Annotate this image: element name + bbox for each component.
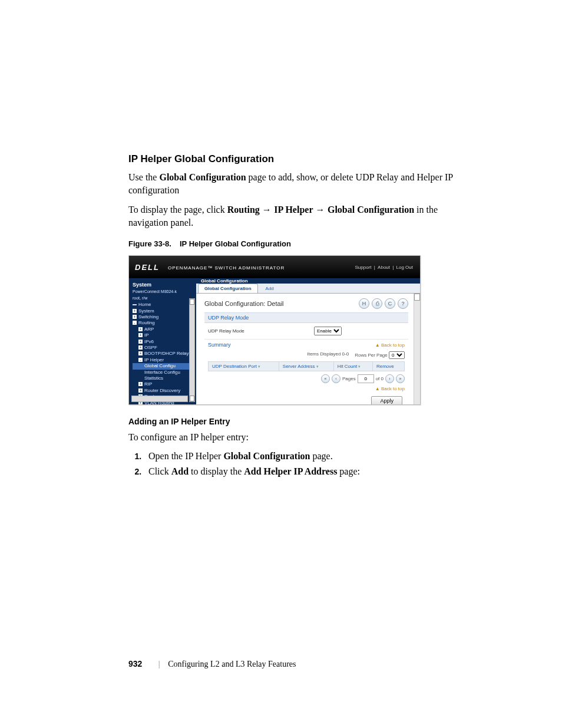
scroll-up-icon[interactable] xyxy=(414,294,420,301)
nav-item-ipv6[interactable]: +IPv6 xyxy=(133,339,194,345)
link-logout[interactable]: Log Out xyxy=(396,265,413,270)
udp-relay-label: UDP Relay Mode xyxy=(208,328,314,334)
sort-icon[interactable]: ▾ xyxy=(358,364,361,368)
nav-item-system[interactable]: +System xyxy=(133,308,194,314)
step-2: Click Add to display the Add Helper IP A… xyxy=(144,466,462,477)
tree-toggle-icon[interactable]: + xyxy=(138,333,143,337)
subsection-intro: To configure an IP helper entry: xyxy=(128,431,462,444)
system-model: PowerConnect M8024-k xyxy=(133,289,194,294)
rows-per-page-select[interactable]: 0 xyxy=(389,351,405,359)
arrow-icon: → xyxy=(262,205,274,215)
pager-current-input[interactable] xyxy=(358,374,374,383)
content-scrollbar[interactable] xyxy=(414,294,420,405)
col-remove: Remove xyxy=(372,362,404,371)
nav-step-2: IP Helper xyxy=(274,205,313,215)
nav-sidebar: System PowerConnect M8024-k root, r/w Ho… xyxy=(129,278,196,404)
section-heading: IP Helper Global Configuration xyxy=(128,153,462,165)
figure-caption: Figure 33-8.IP Helper Global Configurati… xyxy=(128,239,462,248)
breadcrumb-item: Global Configuration xyxy=(196,278,253,284)
nav-item-label: IP Helper xyxy=(144,357,164,363)
nav-item-label: OSPF xyxy=(144,345,157,350)
link-support[interactable]: Support xyxy=(355,265,372,270)
dell-logo: DELL xyxy=(135,263,160,272)
nav-item-label: IP xyxy=(144,332,149,338)
tab-add[interactable]: Add xyxy=(260,284,280,293)
figure-title: IP Helper Global Configuration xyxy=(180,239,291,248)
app-subtitle: OPENMANAGE™ SWITCH ADMINISTRATOR xyxy=(168,265,285,271)
sidebar-scrollbar[interactable] xyxy=(189,298,195,402)
summary-title: Summary xyxy=(208,342,375,348)
tree-toggle-icon[interactable]: + xyxy=(138,345,143,350)
nav-tree[interactable]: Home+System+Switching-Routing+ARP+IP+IPv… xyxy=(133,302,194,405)
nav-item-global-configu[interactable]: Global Configu xyxy=(133,363,194,369)
step-1: Open the IP Helper Global Configuration … xyxy=(144,451,462,462)
tree-leaf-icon xyxy=(133,304,137,305)
nav-item-interface-configu[interactable]: Interface Configu xyxy=(133,370,194,375)
tree-toggle-icon[interactable]: + xyxy=(133,315,137,319)
tree-toggle-icon[interactable]: + xyxy=(138,327,143,331)
col-hit-count[interactable]: Hit Count▾ xyxy=(333,362,372,371)
tree-toggle-icon[interactable]: + xyxy=(138,340,143,344)
nav-item-label: Statistics xyxy=(144,375,163,381)
nav-item-label: Router Discovery xyxy=(144,388,180,393)
system-title: System xyxy=(133,282,194,289)
nav-item-ip-helper[interactable]: -IP Helper xyxy=(133,357,194,363)
tree-toggle-icon[interactable]: + xyxy=(138,388,143,393)
tree-toggle-icon[interactable]: + xyxy=(138,382,143,386)
text: Use the xyxy=(128,172,159,182)
back-to-top-link[interactable]: ▲ Back to top xyxy=(375,342,405,348)
sort-icon[interactable]: ▾ xyxy=(258,364,260,368)
udp-relay-row: UDP Relay Mode Enable xyxy=(204,323,408,340)
section-udp-relay: UDP Relay Mode xyxy=(204,312,408,323)
col-udp-port[interactable]: UDP Destination Port▾ xyxy=(209,362,279,371)
scroll-up-icon[interactable] xyxy=(190,299,194,305)
pager-prev-icon[interactable]: ‹ xyxy=(332,374,340,383)
tab-global-configuration[interactable]: Global Configuration xyxy=(198,284,258,293)
nav-step-3: Global Configuration xyxy=(328,205,414,215)
sort-icon[interactable]: ▾ xyxy=(316,364,319,368)
tree-toggle-icon[interactable]: - xyxy=(138,358,143,362)
tree-toggle-icon[interactable]: + xyxy=(133,309,137,313)
intro-paragraph-2: To display the page, click Routing → IP … xyxy=(128,203,462,229)
print-icon[interactable]: ⎙ xyxy=(372,298,382,309)
back-to-top-link[interactable]: ▲ Back to top xyxy=(204,385,408,393)
bold-text: Global Configuration xyxy=(159,172,246,182)
nav-item-label: Home xyxy=(138,302,151,307)
nav-item-home[interactable]: Home xyxy=(133,302,194,308)
pager-next-icon[interactable]: › xyxy=(385,374,394,383)
refresh-icon[interactable]: C xyxy=(385,298,395,309)
app-titlebar: DELL OPENMANAGE™ SWITCH ADMINISTRATOR Su… xyxy=(129,256,420,278)
nav-item-label: BOOTP/DHCP Relay xyxy=(144,351,189,356)
nav-item-label: RIP xyxy=(144,381,152,387)
chapter-title: Configuring L2 and L3 Relay Features xyxy=(168,660,296,668)
nav-item-routing[interactable]: -Routing xyxy=(133,320,194,326)
pager-last-icon[interactable]: » xyxy=(396,374,405,383)
nav-item-arp[interactable]: +ARP xyxy=(133,327,194,332)
nav-item-rip[interactable]: +RIP xyxy=(133,381,194,387)
apply-button[interactable]: Apply xyxy=(371,396,402,405)
save-icon[interactable]: H xyxy=(359,298,369,309)
pager: « ‹ Pages of 0 › » xyxy=(204,373,408,385)
page-title: Global Configuration: Detail xyxy=(204,300,356,307)
pager-first-icon[interactable]: « xyxy=(321,374,330,383)
nav-item-bootp-dhcp-relay[interactable]: +BOOTP/DHCP Relay xyxy=(133,351,194,357)
nav-item-ospf[interactable]: +OSPF xyxy=(133,345,194,351)
sidebar-hscrollbar[interactable] xyxy=(131,396,188,402)
breadcrumb: Global Configuration xyxy=(196,278,420,284)
help-icon[interactable]: ? xyxy=(398,298,408,309)
intro-paragraph-1: Use the Global Configuration page to add… xyxy=(128,171,462,196)
nav-item-label: Global Configu xyxy=(144,363,176,368)
footer-separator-icon: | xyxy=(158,660,160,668)
tree-toggle-icon[interactable]: + xyxy=(138,351,143,355)
nav-item-switching[interactable]: +Switching xyxy=(133,314,194,320)
col-server-address[interactable]: Server Address▾ xyxy=(279,362,333,371)
udp-relay-select[interactable]: Enable xyxy=(314,327,342,335)
link-about[interactable]: About xyxy=(378,265,390,270)
nav-item-router-discovery[interactable]: +Router Discovery xyxy=(133,388,194,394)
page-number: 932 xyxy=(128,659,142,668)
nav-item-ip[interactable]: +IP xyxy=(133,332,194,338)
nav-item-label: Switching xyxy=(138,314,158,319)
tree-toggle-icon[interactable]: - xyxy=(133,321,137,325)
nav-item-statistics[interactable]: Statistics xyxy=(133,375,194,381)
scroll-down-icon[interactable] xyxy=(190,396,194,401)
